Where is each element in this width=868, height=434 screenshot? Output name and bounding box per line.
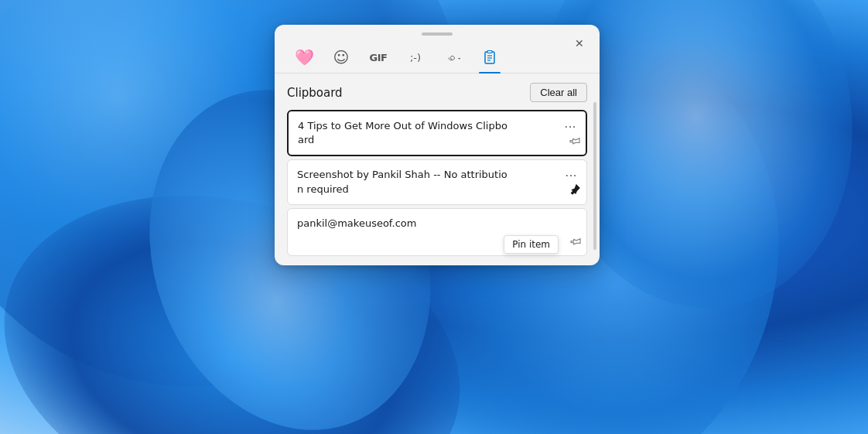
clip-item-text-1: 4 Tips to Get More Out of Windows Clipbo… — [298, 119, 576, 147]
tab-kaomoji[interactable]: ;-) — [398, 42, 432, 73]
pin-item-tooltip[interactable]: Pin item — [504, 235, 559, 254]
drag-handle-bar — [422, 32, 453, 36]
clipboard-item-3[interactable]: pankil@makeuseof.com Pin item — [287, 208, 587, 256]
svg-text:꩜+: ꩜+ — [446, 52, 460, 64]
tab-emoji-heart[interactable]: 🩷 — [287, 42, 321, 73]
clip-item-text-3: pankil@makeuseof.com — [297, 217, 577, 231]
clipboard-item-2[interactable]: Screenshot by Pankil Shah -- No attribut… — [287, 159, 587, 204]
section-title: Clipboard — [287, 86, 343, 100]
clipboard-items: 4 Tips to Get More Out of Windows Clipbo… — [287, 110, 587, 256]
clipboard-panel: ✕ 🩷 ☺ GIF ;-) ꩜+ Clipboard Clea — [275, 25, 600, 265]
clear-all-button[interactable]: Clear all — [530, 83, 587, 102]
svg-rect-2 — [487, 51, 492, 53]
clip-item-pin-3[interactable] — [566, 234, 584, 251]
drag-handle[interactable] — [275, 25, 600, 39]
panel-content: Clipboard Clear all 4 Tips to Get More O… — [275, 73, 600, 265]
clip-item-pin-2[interactable] — [569, 184, 580, 198]
clipboard-header: Clipboard Clear all — [287, 83, 587, 102]
scrollbar[interactable] — [593, 102, 596, 250]
tab-clipboard[interactable] — [473, 42, 507, 73]
close-button[interactable]: ✕ — [569, 32, 590, 54]
clip-item-more-2[interactable]: ··· — [562, 166, 580, 185]
clip-item-text-2: Screenshot by Pankil Shah -- No attribut… — [297, 168, 577, 196]
tab-emoji-face[interactable]: ☺ — [324, 42, 358, 73]
clipboard-item-1[interactable]: 4 Tips to Get More Out of Windows Clipbo… — [287, 110, 587, 156]
tabs-row: 🩷 ☺ GIF ;-) ꩜+ — [275, 39, 600, 73]
tab-gif[interactable]: GIF — [361, 42, 395, 73]
clip-item-more-1[interactable]: ··· — [561, 118, 579, 136]
tab-symbols[interactable]: ꩜+ — [436, 42, 470, 73]
